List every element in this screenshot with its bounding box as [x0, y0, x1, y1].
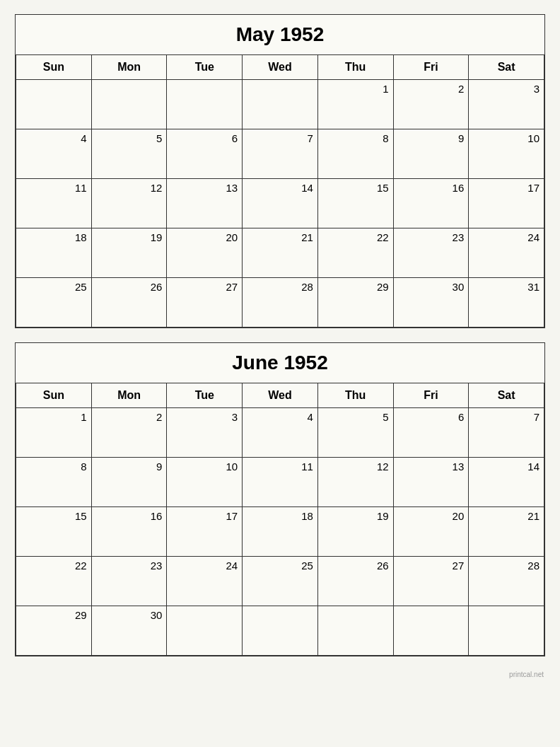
table-row: 18 [243, 507, 318, 557]
table-row [167, 80, 243, 129]
table-row: 8 [318, 129, 394, 179]
table-row: 9 [92, 458, 168, 507]
june-header-tue: Tue [167, 383, 243, 408]
table-row: 30 [92, 606, 168, 656]
table-row: 1 [318, 80, 394, 129]
table-row: 29 [318, 278, 394, 328]
table-row: 10 [167, 458, 243, 507]
table-row: 2 [92, 408, 168, 458]
table-row [16, 80, 92, 129]
table-row: 27 [394, 557, 469, 606]
may-header-mon: Mon [92, 55, 168, 80]
table-row: 15 [16, 507, 92, 557]
june-header-thu: Thu [318, 383, 394, 408]
table-row: 19 [92, 228, 168, 278]
table-row: 26 [318, 557, 394, 606]
table-row: 6 [167, 129, 243, 179]
table-row: 17 [167, 507, 243, 557]
table-row: 5 [92, 129, 168, 179]
may-title: May 1952 [16, 15, 544, 55]
table-row [167, 606, 243, 656]
table-row [243, 606, 318, 656]
may-header-fri: Fri [394, 55, 469, 80]
table-row: 12 [92, 179, 168, 228]
table-row: 4 [243, 408, 318, 458]
watermark: printcal.net [15, 671, 545, 678]
table-row: 16 [92, 507, 168, 557]
table-row [469, 606, 544, 656]
table-row: 23 [92, 557, 168, 606]
table-row: 7 [469, 408, 544, 458]
table-row: 25 [243, 557, 318, 606]
table-row: 16 [394, 179, 469, 228]
table-row: 25 [16, 278, 92, 328]
may-grid: Sun Mon Tue Wed Thu Fri Sat 1 2 3 4 5 6 … [16, 55, 544, 328]
table-row: 24 [469, 228, 544, 278]
table-row: 13 [167, 179, 243, 228]
table-row: 20 [394, 507, 469, 557]
table-row: 29 [16, 606, 92, 656]
table-row: 3 [469, 80, 544, 129]
table-row: 9 [394, 129, 469, 179]
table-row: 22 [16, 557, 92, 606]
table-row: 24 [167, 557, 243, 606]
table-row: 11 [243, 458, 318, 507]
june-calendar: June 1952 Sun Mon Tue Wed Thu Fri Sat 1 … [15, 342, 545, 656]
table-row: 10 [469, 129, 544, 179]
may-header-sat: Sat [469, 55, 544, 80]
table-row: 30 [394, 278, 469, 328]
table-row: 18 [16, 228, 92, 278]
june-grid: Sun Mon Tue Wed Thu Fri Sat 1 2 3 4 5 6 … [16, 383, 544, 656]
table-row: 28 [243, 278, 318, 328]
may-calendar: May 1952 Sun Mon Tue Wed Thu Fri Sat 1 2… [15, 14, 545, 328]
table-row: 4 [16, 129, 92, 179]
table-row: 14 [243, 179, 318, 228]
june-header-wed: Wed [243, 383, 318, 408]
table-row: 13 [394, 458, 469, 507]
table-row: 31 [469, 278, 544, 328]
table-row: 11 [16, 179, 92, 228]
table-row: 5 [318, 408, 394, 458]
june-title: June 1952 [16, 343, 544, 383]
may-header-wed: Wed [243, 55, 318, 80]
table-row: 12 [318, 458, 394, 507]
table-row: 7 [243, 129, 318, 179]
table-row: 21 [469, 507, 544, 557]
table-row: 23 [394, 228, 469, 278]
table-row: 20 [167, 228, 243, 278]
table-row: 22 [318, 228, 394, 278]
table-row [394, 606, 469, 656]
table-row: 8 [16, 458, 92, 507]
table-row: 3 [167, 408, 243, 458]
june-header-mon: Mon [92, 383, 168, 408]
may-header-sun: Sun [16, 55, 92, 80]
june-header-sat: Sat [469, 383, 544, 408]
table-row: 19 [318, 507, 394, 557]
table-row: 1 [16, 408, 92, 458]
table-row [318, 606, 394, 656]
may-header-tue: Tue [167, 55, 243, 80]
table-row: 21 [243, 228, 318, 278]
may-header-thu: Thu [318, 55, 394, 80]
june-header-sun: Sun [16, 383, 92, 408]
table-row: 28 [469, 557, 544, 606]
table-row [243, 80, 318, 129]
table-row: 14 [469, 458, 544, 507]
june-header-fri: Fri [394, 383, 469, 408]
table-row [92, 80, 168, 129]
table-row: 6 [394, 408, 469, 458]
table-row: 15 [318, 179, 394, 228]
table-row: 2 [394, 80, 469, 129]
table-row: 27 [167, 278, 243, 328]
table-row: 26 [92, 278, 168, 328]
table-row: 17 [469, 179, 544, 228]
